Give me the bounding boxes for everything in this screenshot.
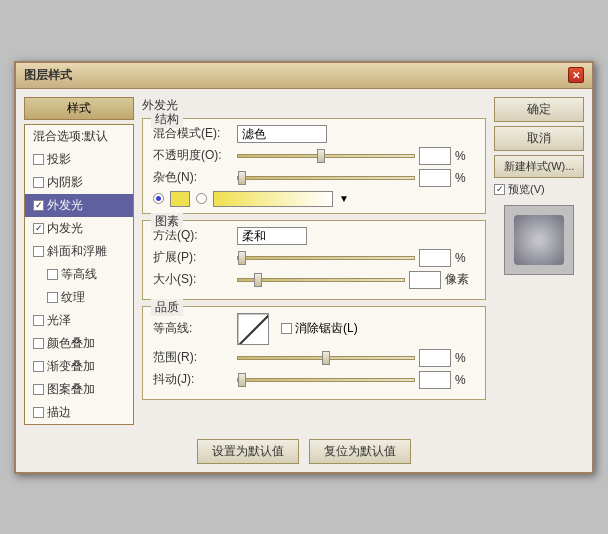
texture-sub-checkbox[interactable] bbox=[47, 292, 58, 303]
sidebar-item-texture-sub[interactable]: 纹理 bbox=[25, 286, 133, 309]
sidebar-item-contour-sub[interactable]: 等高线 bbox=[25, 263, 133, 286]
outer-glow-checkbox[interactable] bbox=[33, 200, 44, 211]
blend-mode-select-wrapper: 滤色 bbox=[237, 125, 327, 143]
sidebar-item-color-overlay[interactable]: 颜色叠加 bbox=[25, 332, 133, 355]
noise-value-input[interactable]: 0 bbox=[419, 169, 451, 187]
opacity-unit: % bbox=[455, 149, 475, 163]
contour-thumbnail[interactable] bbox=[237, 313, 269, 345]
pattern-overlay-checkbox[interactable] bbox=[33, 384, 44, 395]
quality-section: 品质 等高线: 消除锯齿(L) bbox=[142, 306, 486, 400]
dialog-body: 样式 混合选项:默认 投影 内阴影 外发光 bbox=[16, 89, 592, 433]
anti-alias-checkbox[interactable] bbox=[281, 323, 292, 334]
styles-header: 样式 bbox=[24, 97, 134, 120]
sidebar-item-blend[interactable]: 混合选项:默认 bbox=[25, 125, 133, 148]
color-row: ▼ bbox=[153, 191, 475, 207]
jitter-value-input[interactable]: 0 bbox=[419, 371, 451, 389]
spread-label: 扩展(P): bbox=[153, 249, 233, 266]
opacity-label: 不透明度(O): bbox=[153, 147, 233, 164]
jitter-unit: % bbox=[455, 373, 475, 387]
noise-slider[interactable] bbox=[237, 176, 415, 180]
method-row: 方法(Q): 柔和 bbox=[153, 227, 475, 245]
color-swatch[interactable] bbox=[170, 191, 190, 207]
inner-glow-checkbox[interactable] bbox=[33, 223, 44, 234]
section-outer-glow-title: 外发光 bbox=[142, 97, 486, 114]
blend-mode-select[interactable]: 滤色 bbox=[237, 125, 327, 143]
range-unit: % bbox=[455, 351, 475, 365]
cancel-button[interactable]: 取消 bbox=[494, 126, 584, 151]
middle-panel: 外发光 结构 混合模式(E): 滤色 不透明度(O): bbox=[142, 97, 486, 425]
satin-checkbox[interactable] bbox=[33, 315, 44, 326]
noise-label: 杂色(N): bbox=[153, 169, 233, 186]
preview-image bbox=[514, 215, 564, 265]
gradient-arrow[interactable]: ▼ bbox=[339, 193, 349, 204]
preview-label-text: 预览(V) bbox=[508, 182, 545, 197]
range-value-input[interactable]: 50 bbox=[419, 349, 451, 367]
left-panel: 样式 混合选项:默认 投影 内阴影 外发光 bbox=[24, 97, 134, 425]
size-slider-container: 5 像素 bbox=[237, 271, 475, 289]
range-slider-container: 50 % bbox=[237, 349, 475, 367]
contour-label: 等高线: bbox=[153, 320, 233, 337]
blend-label: 混合选项:默认 bbox=[33, 128, 108, 145]
shadow-checkbox[interactable] bbox=[33, 154, 44, 165]
bevel-checkbox[interactable] bbox=[33, 246, 44, 257]
gradient-bar[interactable] bbox=[213, 191, 333, 207]
styles-list: 混合选项:默认 投影 内阴影 外发光 bbox=[24, 124, 134, 425]
quality-title: 品质 bbox=[151, 299, 183, 316]
sidebar-item-inner-glow[interactable]: 内发光 bbox=[25, 217, 133, 240]
spread-slider-container: 0 % bbox=[237, 249, 475, 267]
sidebar-item-gradient-overlay[interactable]: 渐变叠加 bbox=[25, 355, 133, 378]
noise-slider-container: 0 % bbox=[237, 169, 475, 187]
radio-solid[interactable] bbox=[153, 193, 164, 204]
stroke-checkbox[interactable] bbox=[33, 407, 44, 418]
bottom-buttons: 设置为默认值 复位为默认值 bbox=[16, 433, 592, 472]
method-label: 方法(Q): bbox=[153, 227, 233, 244]
jitter-slider-container: 0 % bbox=[237, 371, 475, 389]
contour-row: 等高线: 消除锯齿(L) bbox=[153, 313, 475, 345]
jitter-label: 抖动(J): bbox=[153, 371, 233, 388]
sidebar-item-stroke[interactable]: 描边 bbox=[25, 401, 133, 424]
title-bar: 图层样式 ✕ bbox=[16, 63, 592, 89]
gradient-overlay-checkbox[interactable] bbox=[33, 361, 44, 372]
method-select[interactable]: 柔和 bbox=[237, 227, 307, 245]
sidebar-item-pattern-overlay[interactable]: 图案叠加 bbox=[25, 378, 133, 401]
set-default-button[interactable]: 设置为默认值 bbox=[197, 439, 299, 464]
spread-value-input[interactable]: 0 bbox=[419, 249, 451, 267]
structure-section: 结构 混合模式(E): 滤色 不透明度(O): 47 bbox=[142, 118, 486, 214]
sidebar-item-inner-shadow[interactable]: 内阴影 bbox=[25, 171, 133, 194]
method-select-wrapper: 柔和 bbox=[237, 227, 307, 245]
ok-button[interactable]: 确定 bbox=[494, 97, 584, 122]
preview-row: 预览(V) bbox=[494, 182, 584, 197]
size-slider[interactable] bbox=[237, 278, 405, 282]
opacity-slider[interactable] bbox=[237, 154, 415, 158]
sidebar-item-satin[interactable]: 光泽 bbox=[25, 309, 133, 332]
inner-shadow-checkbox[interactable] bbox=[33, 177, 44, 188]
range-slider[interactable] bbox=[237, 356, 415, 360]
size-label: 大小(S): bbox=[153, 271, 233, 288]
noise-unit: % bbox=[455, 171, 475, 185]
opacity-value-input[interactable]: 47 bbox=[419, 147, 451, 165]
opacity-row: 不透明度(O): 47 % bbox=[153, 147, 475, 165]
anti-alias-row: 消除锯齿(L) bbox=[281, 320, 358, 337]
range-row: 范围(R): 50 % bbox=[153, 349, 475, 367]
size-value-input[interactable]: 5 bbox=[409, 271, 441, 289]
sidebar-item-outer-glow[interactable]: 外发光 bbox=[25, 194, 133, 217]
preview-checkbox[interactable] bbox=[494, 184, 505, 195]
reset-default-button[interactable]: 复位为默认值 bbox=[309, 439, 411, 464]
jitter-slider[interactable] bbox=[237, 378, 415, 382]
picture-title: 图素 bbox=[151, 213, 183, 230]
spread-unit: % bbox=[455, 251, 475, 265]
color-overlay-checkbox[interactable] bbox=[33, 338, 44, 349]
sidebar-item-bevel[interactable]: 斜面和浮雕 bbox=[25, 240, 133, 263]
contour-svg bbox=[238, 314, 269, 345]
close-button[interactable]: ✕ bbox=[568, 67, 584, 83]
spread-slider[interactable] bbox=[237, 256, 415, 260]
size-unit: 像素 bbox=[445, 271, 475, 288]
sidebar-item-shadow[interactable]: 投影 bbox=[25, 148, 133, 171]
picture-section: 图素 方法(Q): 柔和 扩展(P): 0 % bbox=[142, 220, 486, 300]
radio-gradient[interactable] bbox=[196, 193, 207, 204]
dialog-title: 图层样式 bbox=[24, 67, 72, 84]
right-panel: 确定 取消 新建样式(W)... 预览(V) bbox=[494, 97, 584, 425]
new-style-button[interactable]: 新建样式(W)... bbox=[494, 155, 584, 178]
anti-alias-label: 消除锯齿(L) bbox=[295, 320, 358, 337]
contour-sub-checkbox[interactable] bbox=[47, 269, 58, 280]
